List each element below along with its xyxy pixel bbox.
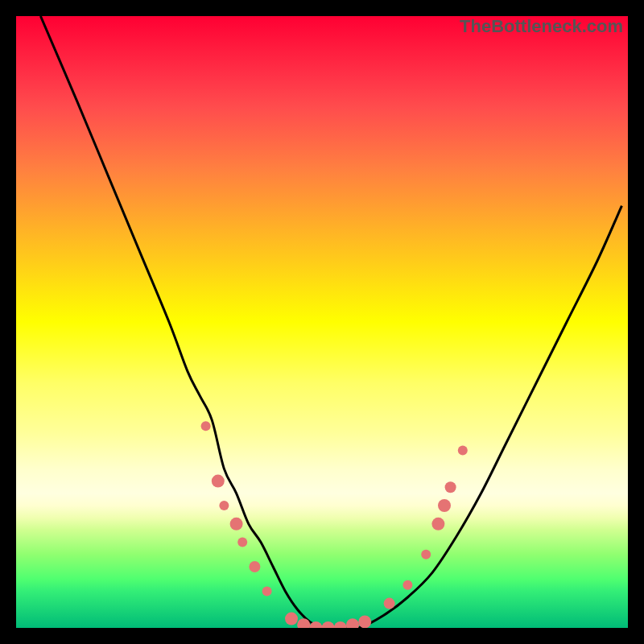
bottleneck-curve xyxy=(40,16,621,628)
bottleneck-curve-svg xyxy=(16,16,628,628)
data-marker xyxy=(421,550,431,559)
chart-container: TheBottleneck.com xyxy=(0,0,644,644)
data-marker xyxy=(402,580,412,590)
data-marker xyxy=(249,561,260,572)
data-marker xyxy=(262,586,272,596)
data-marker xyxy=(431,518,444,530)
data-marker xyxy=(322,621,335,628)
data-marker xyxy=(358,615,371,628)
data-marker xyxy=(334,621,347,628)
marker-group xyxy=(201,421,468,628)
data-marker xyxy=(201,421,211,431)
data-marker xyxy=(458,446,468,456)
plot-area: TheBottleneck.com xyxy=(16,16,628,628)
data-marker xyxy=(230,518,243,530)
data-marker xyxy=(438,499,451,512)
data-marker xyxy=(445,481,456,493)
data-marker xyxy=(212,475,225,488)
data-marker xyxy=(346,618,359,628)
data-marker xyxy=(384,598,395,609)
data-marker xyxy=(219,501,229,510)
data-marker xyxy=(285,613,298,625)
curve-path-group xyxy=(40,16,621,628)
data-marker xyxy=(237,538,247,547)
